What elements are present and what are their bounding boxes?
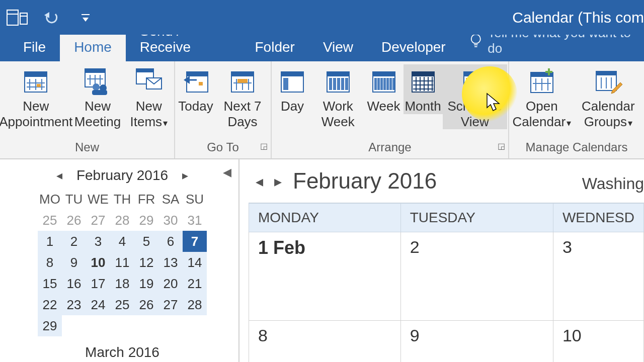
mini-calendar-grid[interactable]: MOTUWETHFRSASU 2526272829303112345678910…	[38, 189, 207, 336]
mini-calendar-header: ◂ February 2016 ▸	[20, 166, 224, 185]
prev-month-icon[interactable]: ◂	[51, 166, 67, 185]
calendar-groups-label: Calendar Groups	[582, 99, 635, 129]
mini-calendar-day[interactable]: 11	[110, 252, 134, 273]
mini-calendar-day[interactable]: 16	[62, 273, 86, 294]
tab-home[interactable]: Home	[60, 33, 126, 61]
tab-folder[interactable]: Folder	[241, 33, 309, 61]
mini-calendar-day[interactable]: 6	[158, 231, 183, 252]
mini-calendar-day[interactable]: 15	[38, 273, 62, 294]
mini-calendar-day[interactable]: 17	[86, 273, 110, 294]
month-day-cell[interactable]: 1 Feb	[249, 232, 401, 321]
title-bar: Calendar (This com	[0, 0, 644, 35]
new-appointment-label: New Appointment	[0, 99, 72, 129]
mini-calendar-day[interactable]: 27	[86, 210, 110, 231]
ribbon: New Appointment New Meeting New Items▾ N…	[0, 61, 644, 159]
mini-calendar-day[interactable]: 28	[110, 210, 134, 231]
new-appointment-button[interactable]: New Appointment	[1, 64, 70, 129]
mini-calendar-day[interactable]: 3	[86, 231, 110, 252]
collapse-pane-icon[interactable]: ◂	[223, 161, 231, 182]
mini-calendar-day[interactable]: 7	[183, 231, 207, 252]
next-7-days-button[interactable]: Next 7 Days	[215, 64, 270, 129]
mini-calendar-day[interactable]: 4	[110, 231, 134, 252]
svg-rect-53	[373, 72, 395, 76]
svg-rect-57	[383, 78, 386, 90]
new-items-button[interactable]: New Items▾	[125, 64, 173, 129]
tab-developer[interactable]: Developer	[367, 33, 460, 61]
mini-calendar-day[interactable]: 25	[110, 294, 134, 315]
mini-calendar-day[interactable]: 29	[134, 210, 158, 231]
svg-rect-49	[337, 78, 340, 90]
mini-calendar-day[interactable]: 26	[62, 210, 86, 231]
mini-calendar-day[interactable]: 5	[134, 231, 158, 252]
qat-customize-dropdown[interactable]	[74, 8, 97, 28]
mini-calendar-day[interactable]: 31	[183, 210, 207, 231]
date-navigator-pane: ◂ ◂ February 2016 ▸ MOTUWETHFRSASU 25262…	[0, 159, 239, 362]
mini-calendar-day[interactable]: 25	[38, 210, 62, 231]
calendar-people-icon	[83, 66, 112, 96]
mini-calendar-day[interactable]: 1	[38, 231, 62, 252]
open-calendar-button[interactable]: Open Calendar▾	[510, 64, 574, 129]
dialog-launcher-icon[interactable]: ◲	[498, 141, 505, 151]
mini-calendar-day[interactable]: 8	[38, 252, 62, 273]
mini-calendar-day[interactable]: 30	[158, 210, 183, 231]
mini-calendar-day[interactable]: 22	[38, 294, 62, 315]
month-day-cell[interactable]: 9	[400, 321, 553, 363]
mini-calendar-day[interactable]: 20	[158, 273, 183, 294]
month-day-cell[interactable]: 3	[553, 232, 643, 321]
mini-calendar-day[interactable]: 18	[110, 273, 134, 294]
mini-calendar-day[interactable]: 10	[86, 252, 110, 273]
mini-calendar-day[interactable]: 12	[134, 252, 158, 273]
mini-calendar-day[interactable]: 23	[62, 294, 86, 315]
month-grid[interactable]: MONDAYTUESDAYWEDNESD 1 Feb238910	[249, 203, 644, 362]
month-column-header: MONDAY	[249, 203, 401, 232]
dialog-launcher-icon[interactable]: ◲	[260, 141, 268, 151]
today-button[interactable]: Today	[176, 64, 215, 114]
month-button[interactable]: Month	[404, 64, 443, 114]
work-week-button[interactable]: Work Week	[312, 64, 364, 129]
mini-calendar-day[interactable]: 13	[158, 252, 183, 273]
schedule-view-button[interactable]: Schedule View	[443, 64, 508, 129]
dropdown-icon: ▾	[628, 118, 632, 128]
mini-dow-header: SA	[158, 189, 183, 210]
mini-calendar-day[interactable]: 19	[134, 273, 158, 294]
calendar-workweek-icon	[324, 66, 353, 96]
group-label-new: New	[0, 138, 174, 158]
mini-calendar-day[interactable]: 24	[86, 294, 110, 315]
main-next-icon[interactable]: ▸	[274, 172, 282, 190]
mini-calendar-day[interactable]: 26	[134, 294, 158, 315]
month-day-cell[interactable]: 2	[400, 232, 553, 321]
mini-calendar-day[interactable]: 28	[183, 294, 207, 315]
mini-calendar-day[interactable]: 29	[38, 315, 62, 336]
mini-dow-header: WE	[86, 189, 110, 210]
new-meeting-button[interactable]: New Meeting	[70, 64, 124, 129]
mini-calendar-day[interactable]: 2	[62, 231, 86, 252]
week-button[interactable]: Week	[364, 64, 404, 114]
ribbon-group-new: New Appointment New Meeting New Items▾ N…	[0, 61, 175, 158]
month-column-header: WEDNESD	[553, 203, 643, 232]
ribbon-group-goto: Today Next 7 Days Go To◲	[175, 61, 272, 158]
mini-calendar-day[interactable]: 27	[158, 294, 183, 315]
main-prev-icon

-icon[interactable]: ◂	[256, 172, 263, 190]
main-calendar-title: February 2016	[293, 168, 437, 194]
mini-calendar-day[interactable]: 9	[62, 252, 86, 273]
group-label-goto: Go To◲	[175, 138, 271, 158]
svg-rect-59	[389, 78, 392, 90]
month-day-cell[interactable]: 10	[553, 321, 643, 363]
calendar-main: ◂ ▸ February 2016 Washing MONDAYTUESDAYW…	[239, 159, 644, 362]
tab-view[interactable]: View	[309, 33, 367, 61]
today-label: Today	[178, 99, 213, 114]
mini-calendar-day[interactable]: 14	[183, 252, 207, 273]
svg-rect-55	[377, 78, 380, 90]
mini-calendar-day[interactable]: 21	[183, 273, 207, 294]
svg-rect-46	[327, 72, 349, 76]
calendar-edit-icon	[594, 66, 623, 96]
calendar-groups-button[interactable]: Calendar Groups▾	[574, 64, 643, 129]
month-day-cell[interactable]: 8	[249, 321, 401, 363]
mini-calendar-day	[86, 315, 110, 336]
undo-icon[interactable]	[40, 8, 62, 28]
next-month-title: March 2016	[20, 344, 224, 360]
next-month-icon[interactable]: ▸	[177, 166, 193, 185]
day-button[interactable]: Day	[273, 64, 312, 114]
tab-file[interactable]: File	[9, 33, 60, 61]
timezone-label: Washing	[582, 174, 644, 193]
